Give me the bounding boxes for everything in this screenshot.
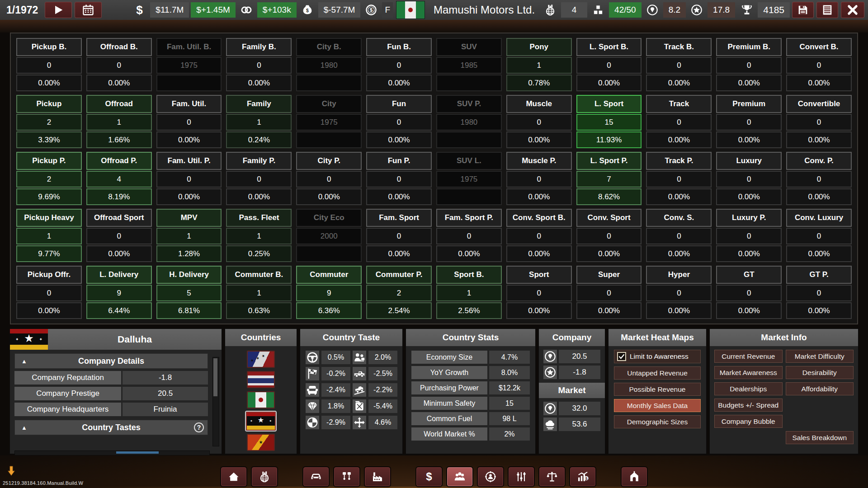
market-cell-super[interactable]: Super00.00%: [576, 266, 642, 319]
close-button[interactable]: [841, 2, 864, 18]
market-cell-commuter-b[interactable]: Commuter B.10.63%: [226, 266, 292, 319]
info-button-company-bubble[interactable]: Company Bubble: [714, 415, 783, 428]
market-cell-sport-b[interactable]: Sport B.12.56%: [436, 266, 502, 319]
market-cell-fun[interactable]: Fun00.00%: [366, 95, 432, 148]
info-button-sales-breakdown[interactable]: Sales Breakdown: [786, 431, 854, 444]
market-cell-fam-util-p[interactable]: Fam. Util. P.00.00%: [156, 152, 222, 205]
market-cell-fam-util-b[interactable]: Fam. Util. B.1975: [156, 38, 222, 91]
info-button-affordability[interactable]: Affordability: [786, 382, 854, 395]
advance-turn-button[interactable]: [45, 2, 72, 18]
toolbar-demographics-button[interactable]: [447, 467, 472, 486]
market-cell-family-p[interactable]: Family P.00.00%: [226, 152, 292, 205]
market-cell-pickup-heavy[interactable]: Pickup Heavy19.77%: [16, 209, 82, 262]
market-cell-fam-util[interactable]: Fam. Util.00.00%: [156, 95, 222, 148]
market-cell-fam-sport-p[interactable]: Fam. Sport P.00.00%: [436, 209, 502, 262]
market-cell-fun-p[interactable]: Fun P.00.00%: [366, 152, 432, 205]
country-flag-dalluha[interactable]: ✦★✦: [246, 412, 276, 431]
market-cell-conv-p[interactable]: Conv. P.00.00%: [786, 152, 852, 205]
market-cell-sport[interactable]: Sport00.00%: [506, 266, 572, 319]
scrollbar-thumb[interactable]: [116, 451, 159, 454]
info-button-dealerships[interactable]: Dealerships: [714, 382, 783, 395]
market-cell-commuter-p[interactable]: Commuter P.22.54%: [366, 266, 432, 319]
market-cell-premium-b[interactable]: Premium B.00.00%: [716, 38, 782, 91]
country-flag-bands[interactable]: [247, 371, 275, 388]
market-cell-l-sport-p[interactable]: L. Sport P.78.62%: [576, 152, 642, 205]
reports-button[interactable]: [816, 2, 838, 18]
market-cell-convertible[interactable]: Convertible00.00%: [786, 95, 852, 148]
toolbar-factory-button[interactable]: [365, 467, 390, 486]
market-cell-premium[interactable]: Premium00.00%: [716, 95, 782, 148]
market-cell-family-b[interactable]: Family B.00.00%: [226, 38, 292, 91]
market-cell-suv-l[interactable]: SUV L.1975: [436, 152, 502, 205]
toolbar-world-branches-button[interactable]: [252, 467, 277, 486]
market-cell-city-p[interactable]: City P.00.00%: [296, 152, 362, 205]
market-cell-fun-b[interactable]: Fun B.00.00%: [366, 38, 432, 91]
market-cell-city-eco[interactable]: City Eco2000: [296, 209, 362, 262]
toolbar-home-button[interactable]: [221, 467, 246, 486]
market-cell-muscle-p[interactable]: Muscle P.00.00%: [506, 152, 572, 205]
help-button[interactable]: ?: [194, 422, 204, 432]
market-cell-commuter[interactable]: Commuter96.36%: [296, 266, 362, 319]
market-cell-offroad-b[interactable]: Offroad B.00.00%: [86, 38, 152, 91]
save-button[interactable]: [792, 2, 814, 18]
heatmap-button-possible-revenue[interactable]: Possible Revenue: [614, 383, 701, 396]
market-cell-pickup-p[interactable]: Pickup P.29.69%: [16, 152, 82, 205]
market-cell-pickup-offr[interactable]: Pickup Offr.00.00%: [16, 266, 82, 319]
market-cell-mpv[interactable]: MPV11.28%: [156, 209, 222, 262]
market-cell-track-p[interactable]: Track P.00.00%: [646, 152, 712, 205]
section-company-details[interactable]: ▲ Company Details: [14, 353, 208, 369]
heatmap-button-monthly-sales-data[interactable]: Monthly Sales Data: [614, 399, 701, 412]
market-cell-offroad[interactable]: Offroad11.66%: [86, 95, 152, 148]
market-cell-pickup-b[interactable]: Pickup B.00.00%: [16, 38, 82, 91]
market-cell-conv-sport-b[interactable]: Conv. Sport B.00.00%: [506, 209, 572, 262]
info-button-budgets-spread[interactable]: Budgets +/- Spread: [714, 399, 783, 412]
market-cell-convert-b[interactable]: Convert B.00.00%: [786, 38, 852, 91]
market-cell-conv-luxury[interactable]: Conv. Luxury00.00%: [786, 209, 852, 262]
market-cell-pickup[interactable]: Pickup23.39%: [16, 95, 82, 148]
market-cell-suv[interactable]: SUV1985: [436, 38, 502, 91]
info-button-desirability[interactable]: Desirability: [786, 366, 854, 379]
toolbar-scales-button[interactable]: [539, 467, 565, 486]
market-cell-offroad-p[interactable]: Offroad P.48.19%: [86, 152, 152, 205]
market-cell-city-b[interactable]: City B.1980: [296, 38, 362, 91]
limit-to-awareness-toggle[interactable]: Limit to Awareness: [614, 350, 701, 363]
market-cell-muscle[interactable]: Muscle00.00%: [506, 95, 572, 148]
toolbar-stocks-button[interactable]: $: [570, 467, 595, 486]
scrollbar-thumb[interactable]: [213, 358, 217, 396]
market-cell-pony[interactable]: Pony10.78%: [506, 38, 572, 91]
market-cell-l-sport[interactable]: L. Sport1511.93%: [576, 95, 642, 148]
toolbar-finance-button[interactable]: $: [416, 467, 442, 486]
market-cell-gt-p[interactable]: GT P.00.00%: [786, 266, 852, 319]
market-cell-track[interactable]: Track00.00%: [646, 95, 712, 148]
market-cell-family[interactable]: Family10.24%: [226, 95, 292, 148]
country-flag-diagonal-stars[interactable]: ★ ★ ★: [247, 351, 275, 368]
toolbar-person-target-button[interactable]: [478, 467, 503, 486]
market-cell-fam-sport[interactable]: Fam. Sport00.00%: [366, 209, 432, 262]
market-cell-l-sport-b[interactable]: L. Sport B.00.00%: [576, 38, 642, 91]
heatmap-button-demographic-sizes[interactable]: Demographic Sizes: [614, 415, 701, 428]
market-cell-track-b[interactable]: Track B.00.00%: [646, 38, 712, 91]
market-cell-luxury[interactable]: Luxury00.00%: [716, 152, 782, 205]
horizontal-scrollbar[interactable]: [14, 450, 210, 455]
market-cell-h-delivery[interactable]: H. Delivery56.81%: [156, 266, 222, 319]
market-cell-gt[interactable]: GT00.00%: [716, 266, 782, 319]
toolbar-sliders-button[interactable]: [509, 467, 534, 486]
market-cell-city[interactable]: City1975: [296, 95, 362, 148]
market-cell-l-delivery[interactable]: L. Delivery96.44%: [86, 266, 152, 319]
market-cell-hyper[interactable]: Hyper00.00%: [646, 266, 712, 319]
market-cell-suv-p[interactable]: SUV P.1980: [436, 95, 502, 148]
calendar-button[interactable]: [75, 2, 102, 18]
info-button-current-revenue[interactable]: Current Revenue: [714, 350, 783, 363]
market-cell-luxury-p[interactable]: Luxury P.00.00%: [716, 209, 782, 262]
section-country-tastes[interactable]: ▲ Country Tastes ?: [14, 420, 208, 435]
info-button-market-difficulty[interactable]: Market Difficulty: [786, 350, 854, 363]
market-cell-pass-fleet[interactable]: Pass. Fleet10.25%: [226, 209, 292, 262]
toolbar-headquarters-button[interactable]: [622, 467, 647, 486]
market-cell-conv-s[interactable]: Conv. S.00.00%: [646, 209, 712, 262]
country-flag-gold-diag[interactable]: ★: [247, 434, 275, 451]
vertical-scrollbar[interactable]: [212, 357, 219, 446]
country-flag-green-white[interactable]: [247, 391, 275, 408]
info-button-market-awareness[interactable]: Market Awareness: [714, 366, 783, 379]
toolbar-car-design-button[interactable]: [303, 467, 329, 486]
toolbar-components-button[interactable]: [334, 467, 359, 486]
